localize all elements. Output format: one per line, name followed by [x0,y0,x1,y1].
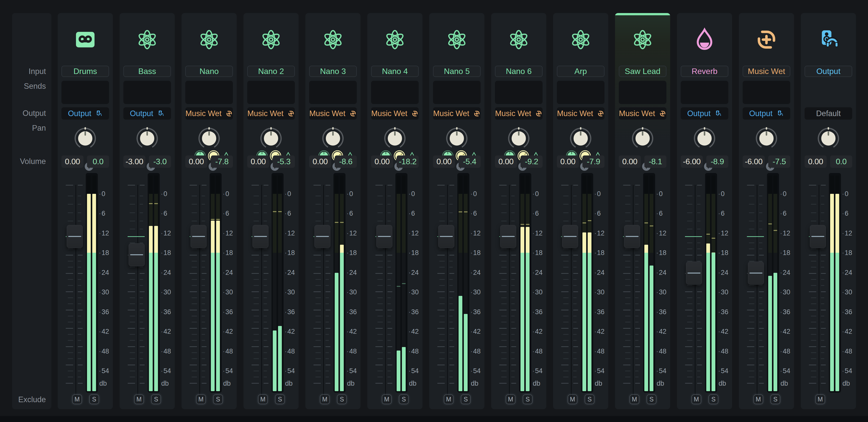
mute-button[interactable]: M [753,394,763,404]
pan-knob[interactable] [383,126,406,150]
volume-set-box[interactable]: 0.00 [371,155,393,168]
fader-handle[interactable] [376,225,392,248]
mute-button[interactable]: M [320,394,330,404]
volume-set-box[interactable]: -3.00 [123,155,146,168]
channel-strip-drums[interactable]: Drums + Output [58,13,113,409]
output-route-button[interactable]: Music Wet [185,107,233,120]
volume-set-box[interactable]: 0.00 [309,155,331,168]
fader-handle[interactable] [624,225,640,248]
volume-set-box[interactable]: 0.00 [433,155,455,168]
solo-button[interactable]: S [213,394,223,404]
channel-strip-bass[interactable]: Bass + Output [120,13,175,409]
channel-name-input[interactable]: Music Wet [743,66,790,77]
solo-button[interactable]: S [151,394,161,404]
channel-strip-nano-3[interactable]: Nano 3 + Music [305,13,361,409]
volume-set-box[interactable]: 0.00 [495,155,517,168]
output-route-button[interactable]: Default [805,107,852,120]
output-route-button[interactable]: Music Wet [557,107,604,120]
channel-name-input[interactable]: Saw Lead [619,66,666,77]
pan-knob[interactable] [136,126,159,150]
pan-knob[interactable] [817,126,840,150]
channel-name-input[interactable]: Reverb [681,66,728,77]
volume-set-box[interactable]: 0.00 [61,155,84,168]
channel-strip-saw-lead[interactable]: Saw Lead + Musi [615,13,670,409]
volume-set-box[interactable]: -6.00 [743,155,765,168]
channel-strip-nano-2[interactable]: Nano 2 + Music [244,13,299,409]
volume-set-box[interactable]: 0.00 [185,155,207,168]
output-route-button[interactable]: Output [743,107,790,120]
mute-button[interactable]: M [815,394,825,404]
solo-button[interactable]: S [647,394,656,404]
output-route-button[interactable]: Music Wet [309,107,357,120]
volume-set-box[interactable]: 0.00 [247,155,269,168]
fader-handle[interactable] [129,243,145,266]
mute-button[interactable]: M [382,394,392,404]
mute-button[interactable]: M [196,394,206,404]
solo-button[interactable]: S [771,394,780,404]
output-route-button[interactable]: Output [681,107,728,120]
fader-handle[interactable] [500,225,516,248]
fader-handle[interactable] [562,225,578,248]
fader-handle[interactable] [810,225,826,248]
mute-button[interactable]: M [258,394,268,404]
solo-button[interactable]: S [585,394,594,404]
fader-handle[interactable] [438,225,454,248]
channel-strip-output[interactable]: Output + Defaul [801,13,856,409]
pan-knob[interactable] [693,126,716,150]
fader-handle[interactable] [748,262,764,284]
mute-button[interactable]: M [134,394,144,404]
solo-button[interactable]: S [461,394,471,404]
volume-set-box[interactable]: -6.00 [681,155,703,168]
mute-button[interactable]: M [691,394,701,404]
mute-button[interactable]: M [444,394,454,404]
channel-name-input[interactable]: Nano 3 [309,66,357,77]
mute-button[interactable]: M [506,394,516,404]
output-route-button[interactable]: Music Wet [495,107,542,120]
pan-knob[interactable] [259,126,283,150]
solo-button[interactable]: S [523,394,532,404]
volume-set-box[interactable]: 0.00 [557,155,579,168]
channel-strip-reverb[interactable]: Reverb + Output [677,13,732,409]
pan-knob[interactable] [507,126,530,150]
output-route-button[interactable]: Music Wet [247,107,295,120]
fader-handle[interactable] [686,262,702,284]
channel-strip-nano-6[interactable]: Nano 6 + Music [491,13,546,409]
channel-name-input[interactable]: Drums [61,66,109,77]
volume-set-box[interactable]: 0.00 [619,155,641,168]
channel-name-input[interactable]: Arp [557,66,604,77]
channel-strip-nano[interactable]: Nano + Music We [182,13,237,409]
channel-strip-arp[interactable]: Arp + Music Wet [553,13,608,409]
channel-name-input[interactable]: Nano 5 [433,66,480,77]
channel-name-input[interactable]: Output [805,66,852,77]
pan-knob[interactable] [74,126,97,150]
pan-knob[interactable] [445,126,468,150]
pan-knob[interactable] [755,126,778,150]
pan-knob[interactable] [321,126,344,150]
output-route-button[interactable]: Music Wet [619,107,666,120]
mute-button[interactable]: M [629,394,639,404]
pan-knob[interactable] [631,126,654,150]
output-route-button[interactable]: Music Wet [433,107,480,120]
fader-handle[interactable] [67,225,83,248]
fader-handle[interactable] [190,225,207,248]
channel-name-input[interactable]: Nano 2 [247,66,295,77]
solo-button[interactable]: S [337,394,347,404]
output-route-button[interactable]: Music Wet [371,107,419,120]
channel-strip-nano-4[interactable]: Nano 4 + Music [367,13,423,409]
channel-name-input[interactable]: Nano 4 [371,66,419,77]
fader-handle[interactable] [314,225,331,248]
solo-button[interactable]: S [275,394,285,404]
channel-name-input[interactable]: Nano 6 [495,66,542,77]
channel-name-input[interactable]: Nano [185,66,233,77]
output-route-button[interactable]: Output [123,107,171,120]
solo-button[interactable]: S [399,394,409,404]
pan-knob[interactable] [569,126,592,150]
channel-strip-music-wet[interactable]: Music Wet + Out [739,13,794,409]
solo-button[interactable]: S [709,394,718,404]
solo-button[interactable]: S [89,394,99,404]
channel-strip-nano-5[interactable]: Nano 5 + Music [429,13,485,409]
volume-set-box[interactable]: 0.00 [805,155,827,168]
mute-button[interactable]: M [568,394,578,404]
fader-handle[interactable] [252,225,269,248]
pan-knob[interactable] [197,126,221,150]
